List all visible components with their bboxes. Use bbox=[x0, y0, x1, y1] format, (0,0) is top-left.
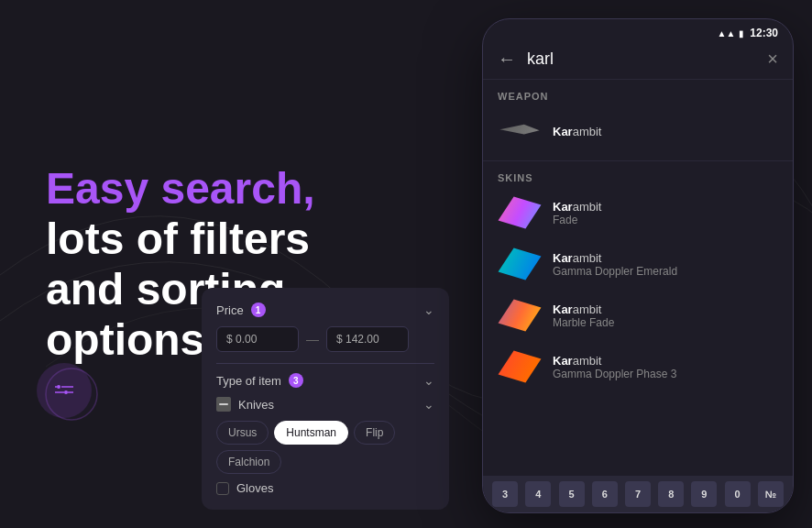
tag-flip[interactable]: Flip bbox=[354, 421, 395, 445]
tag-falchion[interactable]: Falchion bbox=[216, 450, 281, 474]
ambit-weapon: ambit bbox=[573, 125, 602, 138]
keyboard-row: 3 4 5 6 7 8 9 0 № bbox=[483, 476, 793, 512]
knives-icon bbox=[216, 397, 231, 412]
filter-icon bbox=[53, 380, 75, 402]
clear-button[interactable]: × bbox=[767, 49, 778, 70]
key-9[interactable]: 9 bbox=[691, 481, 717, 507]
price-label: Price bbox=[216, 303, 244, 317]
battery-icon: ▮ bbox=[739, 28, 744, 38]
type-header: Type of item 3 ⌄ bbox=[216, 373, 434, 388]
price-chevron-icon[interactable]: ⌄ bbox=[423, 302, 434, 317]
phone-search-bar: ← karl × bbox=[483, 43, 793, 75]
price-min-input[interactable]: $ 0.00 bbox=[216, 326, 299, 352]
result-text-weapon: Karambit bbox=[553, 125, 601, 138]
headline-line4: options bbox=[46, 315, 204, 364]
phone-mockup: ▲▲ ▮ 12:30 ← karl × WEAPON Karambit SKIN… bbox=[482, 18, 794, 513]
status-icons: ▲▲ ▮ bbox=[718, 28, 745, 38]
result-sub-phase3: Gamma Doppler Phase 3 bbox=[553, 368, 676, 380]
key-num[interactable]: № bbox=[758, 481, 784, 507]
search-results[interactable]: WEAPON Karambit SKINS Karambit F bbox=[483, 83, 793, 485]
price-row: Price 1 ⌄ bbox=[216, 302, 434, 317]
key-6[interactable]: 6 bbox=[592, 481, 618, 507]
key-3[interactable]: 3 bbox=[492, 481, 518, 507]
result-sub-gamma: Gamma Doppler Emerald bbox=[553, 265, 677, 278]
price-dash: — bbox=[306, 332, 319, 346]
result-item-karambit-phase3[interactable]: Karambit Gamma Doppler Phase 3 bbox=[483, 341, 793, 392]
result-name-fade: Karambit bbox=[553, 200, 601, 214]
result-thumb-fade bbox=[498, 196, 542, 229]
knives-row: Knives ⌄ bbox=[216, 397, 434, 412]
result-item-karambit-fade[interactable]: Karambit Fade bbox=[483, 187, 793, 238]
type-badge: 3 bbox=[289, 373, 303, 388]
result-text-marble: Karambit Marble Fade bbox=[553, 302, 614, 329]
price-inputs: $ 0.00 — $ 142.00 bbox=[216, 326, 434, 352]
result-sub-marble: Marble Fade bbox=[553, 316, 614, 329]
knives-label: Knives bbox=[238, 398, 274, 412]
price-badge: 1 bbox=[251, 302, 266, 317]
tag-ursus[interactable]: Ursus bbox=[216, 421, 269, 445]
skins-section-header: SKINS bbox=[483, 165, 793, 187]
result-item-karambit-marble[interactable]: Karambit Marble Fade bbox=[483, 290, 793, 341]
weapon-section-header: WEAPON bbox=[483, 83, 793, 105]
search-value[interactable]: karl bbox=[527, 50, 554, 69]
result-thumb-gamma bbox=[498, 248, 542, 280]
filter-icon-container[interactable] bbox=[37, 363, 92, 418]
price-max-input[interactable]: $ 142.00 bbox=[326, 326, 409, 352]
key-5[interactable]: 5 bbox=[559, 481, 585, 507]
result-sub-fade: Fade bbox=[553, 214, 601, 226]
result-text-fade: Karambit Fade bbox=[553, 200, 601, 226]
gloves-checkbox[interactable] bbox=[216, 482, 229, 495]
svg-rect-7 bbox=[219, 403, 228, 405]
kar-highlight-weapon: Kar bbox=[553, 125, 573, 138]
gloves-label: Gloves bbox=[236, 481, 273, 495]
headline-line2: lots of filters bbox=[46, 214, 310, 263]
weapon-image bbox=[498, 115, 542, 148]
svg-point-1 bbox=[57, 385, 60, 389]
result-text-gamma: Karambit Gamma Doppler Emerald bbox=[553, 251, 677, 278]
gamma-image bbox=[498, 248, 542, 280]
back-button[interactable]: ← bbox=[498, 49, 516, 70]
fade-image bbox=[498, 196, 542, 229]
result-item-karambit-weapon[interactable]: Karambit bbox=[483, 105, 793, 157]
gloves-row: Gloves bbox=[216, 481, 434, 495]
result-name-weapon: Karambit bbox=[553, 125, 601, 138]
result-item-karambit-gamma[interactable]: Karambit Gamma Doppler Emerald bbox=[483, 238, 793, 290]
phase3-image bbox=[498, 350, 542, 383]
result-thumb-marble bbox=[498, 299, 542, 332]
result-thumb-phase3 bbox=[498, 350, 542, 383]
type-section: Type of item 3 ⌄ Knives ⌄ Ursus Huntsman… bbox=[216, 363, 434, 495]
svg-point-4 bbox=[64, 390, 68, 394]
search-divider bbox=[483, 79, 793, 80]
result-name-marble: Karambit bbox=[553, 302, 614, 316]
knives-chevron-icon[interactable]: ⌄ bbox=[423, 397, 434, 412]
result-text-phase3: Karambit Gamma Doppler Phase 3 bbox=[553, 354, 676, 380]
section-divider bbox=[483, 160, 793, 161]
type-chevron-icon[interactable]: ⌄ bbox=[423, 373, 434, 388]
tag-huntsman[interactable]: Huntsman bbox=[274, 421, 348, 445]
key-0[interactable]: 0 bbox=[725, 481, 751, 507]
result-name-phase3: Karambit bbox=[553, 354, 676, 368]
knife-tags: Ursus Huntsman Flip Falchion bbox=[216, 421, 434, 474]
key-7[interactable]: 7 bbox=[625, 481, 651, 507]
marble-image bbox=[498, 299, 542, 332]
type-label: Type of item bbox=[216, 374, 281, 388]
key-4[interactable]: 4 bbox=[525, 481, 551, 507]
filter-panel: Price 1 ⌄ $ 0.00 — $ 142.00 Type of item… bbox=[202, 288, 449, 510]
wifi-icon: ▲▲ bbox=[718, 28, 736, 38]
headline-highlight: Easy search, bbox=[46, 164, 315, 213]
status-bar: ▲▲ ▮ 12:30 bbox=[483, 19, 793, 43]
result-thumb-weapon bbox=[498, 115, 542, 148]
key-8[interactable]: 8 bbox=[658, 481, 684, 507]
status-time: 12:30 bbox=[750, 27, 778, 39]
result-name-gamma: Karambit bbox=[553, 251, 677, 265]
